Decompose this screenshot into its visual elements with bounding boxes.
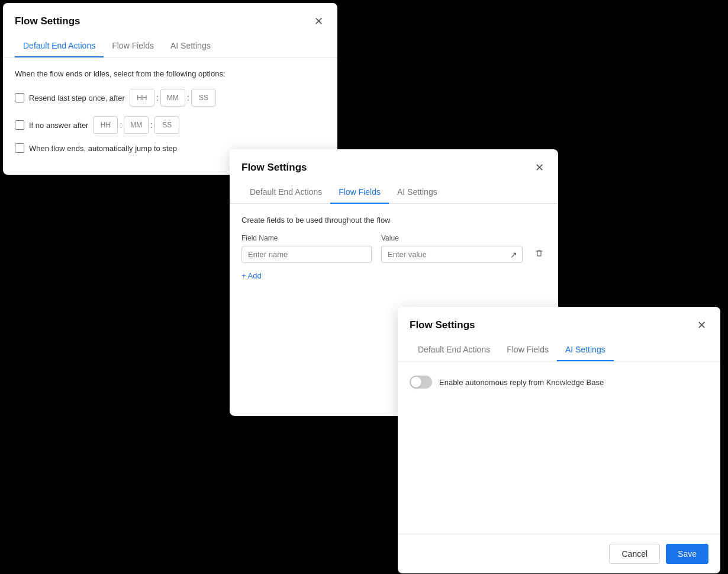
option-jump-checkbox[interactable]	[15, 143, 24, 153]
fields-input-row: ↗	[241, 246, 546, 263]
tab-ai-settings-2[interactable]: AI Settings	[389, 181, 446, 204]
tab-ai-settings-1[interactable]: AI Settings	[162, 35, 219, 57]
modal-3-close-button[interactable]: ✕	[695, 319, 708, 332]
tab-flow-fields-3[interactable]: Flow Fields	[498, 339, 557, 361]
no-answer-ss-input[interactable]	[154, 116, 179, 134]
field-name-label: Field Name	[241, 234, 372, 242]
modal-1-title: Flow Settings	[15, 15, 80, 27]
toggle-label: Enable autonomous reply from Knowledge B…	[439, 378, 604, 387]
modal-2-title: Flow Settings	[241, 162, 307, 174]
tab-flow-fields-1[interactable]: Flow Fields	[104, 35, 162, 57]
cancel-button[interactable]: Cancel	[609, 544, 660, 564]
option-resend-time: : :	[130, 89, 216, 107]
modal-2-header: Flow Settings ✕	[230, 149, 558, 174]
modal-2-body: Create fields to be used throughout the …	[230, 204, 558, 293]
modal-1-close-button[interactable]: ✕	[312, 15, 326, 28]
tab-flow-fields-2[interactable]: Flow Fields	[330, 181, 389, 204]
toggle-row: Enable autonomous reply from Knowledge B…	[410, 376, 708, 389]
modal-3-title: Flow Settings	[410, 319, 475, 331]
resend-hh-input[interactable]	[130, 89, 154, 107]
modal-1-header: Flow Settings ✕	[3, 3, 337, 28]
option-no-answer-checkbox[interactable]	[15, 120, 24, 130]
field-expand-icon[interactable]: ↗	[509, 249, 518, 261]
time-sep-2: :	[187, 93, 189, 102]
option-jump-label: When flow ends, automatically jump to st…	[29, 144, 177, 153]
resend-ss-input[interactable]	[191, 89, 216, 107]
no-answer-hh-input[interactable]	[93, 116, 118, 134]
modal-ai-settings: Flow Settings ✕ Default End Actions Flow…	[398, 307, 720, 573]
time-sep-3: :	[120, 120, 122, 130]
modal-2-close-button[interactable]: ✕	[533, 161, 546, 174]
option-no-answer-row: If no answer after : :	[15, 116, 326, 134]
no-answer-mm-input[interactable]	[124, 116, 149, 134]
option-no-answer-time: : :	[93, 116, 179, 134]
modal-2-tabs: Default End Actions Flow Fields AI Setti…	[230, 181, 558, 204]
modal-1-tabs: Default End Actions Flow Fields AI Setti…	[3, 35, 337, 57]
modal-2-description: Create fields to be used throughout the …	[241, 216, 546, 225]
field-delete-button[interactable]	[532, 246, 546, 263]
option-resend-label: Resend last step once, after	[29, 94, 125, 102]
modal-3-header: Flow Settings ✕	[398, 307, 720, 332]
save-button[interactable]: Save	[666, 544, 708, 564]
tab-default-end-actions-3[interactable]: Default End Actions	[410, 339, 498, 361]
time-sep-1: :	[156, 93, 159, 102]
tab-default-end-actions-1[interactable]: Default End Actions	[15, 35, 104, 57]
option-resend-checkbox[interactable]	[15, 93, 24, 102]
option-no-answer-label: If no answer after	[29, 121, 88, 130]
option-resend-row: Resend last step once, after : :	[15, 89, 326, 107]
modal-3-tabs: Default End Actions Flow Fields AI Setti…	[398, 339, 720, 361]
modal-3-body: Enable autonomous reply from Knowledge B…	[398, 361, 720, 400]
time-sep-4: :	[150, 120, 153, 130]
field-value-input[interactable]	[385, 246, 509, 262]
resend-mm-input[interactable]	[160, 89, 185, 107]
modal-3-footer: Cancel Save	[398, 534, 720, 573]
modal-1-description: When the flow ends or idles, select from…	[15, 69, 326, 78]
tab-ai-settings-3[interactable]: AI Settings	[557, 339, 614, 361]
add-field-button[interactable]: + Add	[241, 271, 262, 280]
autonomous-reply-toggle[interactable]	[410, 376, 432, 389]
tab-default-end-actions-2[interactable]: Default End Actions	[241, 181, 330, 204]
field-value-wrapper: ↗	[381, 246, 523, 263]
field-name-input[interactable]	[241, 246, 372, 263]
fields-header: Field Name Value	[241, 234, 546, 242]
field-value-label: Value	[381, 234, 546, 242]
